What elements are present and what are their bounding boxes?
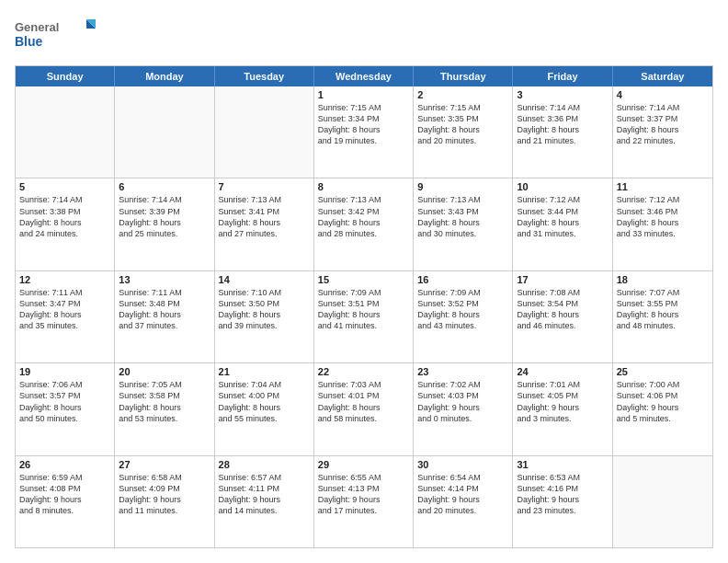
header: General Blue (15, 15, 713, 56)
svg-text:General: General (15, 20, 59, 34)
calendar-cell: 27Sunrise: 6:58 AM Sunset: 4:09 PM Dayli… (115, 456, 214, 547)
calendar-cell: 8Sunrise: 7:13 AM Sunset: 3:42 PM Daylig… (314, 178, 414, 270)
day-number: 8 (318, 181, 409, 192)
day-info: Sunrise: 6:59 AM Sunset: 4:08 PM Dayligh… (19, 472, 110, 517)
day-number: 12 (19, 274, 110, 285)
calendar-body: 1Sunrise: 7:15 AM Sunset: 3:34 PM Daylig… (16, 86, 712, 547)
calendar-cell (613, 456, 712, 547)
day-number: 21 (219, 366, 310, 377)
calendar-cell: 30Sunrise: 6:54 AM Sunset: 4:14 PM Dayli… (414, 456, 513, 547)
calendar-cell: 16Sunrise: 7:09 AM Sunset: 3:52 PM Dayli… (414, 271, 513, 362)
day-info: Sunrise: 7:10 AM Sunset: 3:50 PM Dayligh… (219, 287, 310, 332)
page: General Blue SundayMondayTuesdayWednesda… (0, 0, 728, 563)
day-info: Sunrise: 6:57 AM Sunset: 4:11 PM Dayligh… (219, 472, 310, 517)
calendar-cell: 1Sunrise: 7:15 AM Sunset: 3:34 PM Daylig… (314, 86, 414, 178)
day-info: Sunrise: 7:03 AM Sunset: 4:01 PM Dayligh… (318, 379, 409, 424)
day-info: Sunrise: 7:13 AM Sunset: 3:42 PM Dayligh… (318, 194, 409, 239)
day-number: 2 (417, 89, 508, 100)
day-number: 30 (417, 459, 508, 470)
day-number: 24 (517, 366, 608, 377)
calendar-cell: 18Sunrise: 7:07 AM Sunset: 3:55 PM Dayli… (613, 271, 712, 362)
header-day-friday: Friday (513, 66, 612, 86)
logo: General Blue (15, 15, 97, 56)
header-day-wednesday: Wednesday (314, 66, 414, 86)
calendar-cell: 10Sunrise: 7:12 AM Sunset: 3:44 PM Dayli… (513, 178, 612, 270)
calendar-cell: 5Sunrise: 7:14 AM Sunset: 3:38 PM Daylig… (16, 178, 115, 270)
day-info: Sunrise: 7:14 AM Sunset: 3:37 PM Dayligh… (617, 102, 709, 147)
calendar-cell: 21Sunrise: 7:04 AM Sunset: 4:00 PM Dayli… (215, 363, 314, 454)
header-day-monday: Monday (115, 66, 214, 86)
day-info: Sunrise: 6:54 AM Sunset: 4:14 PM Dayligh… (417, 472, 508, 517)
day-info: Sunrise: 6:58 AM Sunset: 4:09 PM Dayligh… (119, 472, 210, 517)
day-number: 19 (19, 366, 110, 377)
calendar-cell: 25Sunrise: 7:00 AM Sunset: 4:06 PM Dayli… (613, 363, 712, 454)
header-day-tuesday: Tuesday (215, 66, 314, 86)
day-number: 10 (517, 181, 608, 192)
day-info: Sunrise: 7:07 AM Sunset: 3:55 PM Dayligh… (617, 287, 709, 332)
day-number: 6 (119, 181, 210, 192)
day-number: 7 (219, 181, 310, 192)
calendar-cell (115, 86, 214, 178)
calendar-week-2: 5Sunrise: 7:14 AM Sunset: 3:38 PM Daylig… (16, 178, 712, 270)
day-number: 4 (617, 89, 709, 100)
logo-svg: General Blue (15, 15, 97, 56)
calendar-cell: 9Sunrise: 7:13 AM Sunset: 3:43 PM Daylig… (414, 178, 513, 270)
day-info: Sunrise: 7:02 AM Sunset: 4:03 PM Dayligh… (417, 379, 508, 424)
header-day-thursday: Thursday (414, 66, 513, 86)
day-info: Sunrise: 7:09 AM Sunset: 3:51 PM Dayligh… (318, 287, 409, 332)
day-number: 31 (517, 459, 608, 470)
day-info: Sunrise: 7:12 AM Sunset: 3:46 PM Dayligh… (617, 194, 709, 239)
day-info: Sunrise: 7:11 AM Sunset: 3:48 PM Dayligh… (119, 287, 210, 332)
calendar-cell: 28Sunrise: 6:57 AM Sunset: 4:11 PM Dayli… (215, 456, 314, 547)
day-info: Sunrise: 6:53 AM Sunset: 4:16 PM Dayligh… (517, 472, 608, 517)
calendar-cell: 22Sunrise: 7:03 AM Sunset: 4:01 PM Dayli… (314, 363, 414, 454)
calendar: SundayMondayTuesdayWednesdayThursdayFrid… (15, 65, 713, 548)
day-number: 3 (517, 89, 608, 100)
calendar-cell: 7Sunrise: 7:13 AM Sunset: 3:41 PM Daylig… (215, 178, 314, 270)
calendar-cell: 11Sunrise: 7:12 AM Sunset: 3:46 PM Dayli… (613, 178, 712, 270)
calendar-week-3: 12Sunrise: 7:11 AM Sunset: 3:47 PM Dayli… (16, 271, 712, 363)
header-day-sunday: Sunday (16, 66, 115, 86)
day-number: 17 (517, 274, 608, 285)
day-info: Sunrise: 7:04 AM Sunset: 4:00 PM Dayligh… (219, 379, 310, 424)
calendar-cell: 26Sunrise: 6:59 AM Sunset: 4:08 PM Dayli… (16, 456, 115, 547)
day-info: Sunrise: 7:14 AM Sunset: 3:39 PM Dayligh… (119, 194, 210, 239)
calendar-cell: 12Sunrise: 7:11 AM Sunset: 3:47 PM Dayli… (16, 271, 115, 362)
calendar-cell: 31Sunrise: 6:53 AM Sunset: 4:16 PM Dayli… (513, 456, 612, 547)
calendar-week-4: 19Sunrise: 7:06 AM Sunset: 3:57 PM Dayli… (16, 363, 712, 455)
day-number: 27 (119, 459, 210, 470)
day-info: Sunrise: 7:14 AM Sunset: 3:36 PM Dayligh… (517, 102, 608, 147)
day-number: 5 (19, 181, 110, 192)
calendar-week-1: 1Sunrise: 7:15 AM Sunset: 3:34 PM Daylig… (16, 86, 712, 178)
day-number: 20 (119, 366, 210, 377)
day-info: Sunrise: 7:09 AM Sunset: 3:52 PM Dayligh… (417, 287, 508, 332)
calendar-cell: 29Sunrise: 6:55 AM Sunset: 4:13 PM Dayli… (314, 456, 414, 547)
calendar-cell: 17Sunrise: 7:08 AM Sunset: 3:54 PM Dayli… (513, 271, 612, 362)
calendar-cell: 13Sunrise: 7:11 AM Sunset: 3:48 PM Dayli… (115, 271, 214, 362)
day-info: Sunrise: 7:11 AM Sunset: 3:47 PM Dayligh… (19, 287, 110, 332)
day-number: 14 (219, 274, 310, 285)
day-info: Sunrise: 7:05 AM Sunset: 3:58 PM Dayligh… (119, 379, 210, 424)
day-number: 9 (417, 181, 508, 192)
calendar-cell: 19Sunrise: 7:06 AM Sunset: 3:57 PM Dayli… (16, 363, 115, 454)
calendar-cell: 23Sunrise: 7:02 AM Sunset: 4:03 PM Dayli… (414, 363, 513, 454)
day-info: Sunrise: 7:15 AM Sunset: 3:35 PM Dayligh… (417, 102, 508, 147)
svg-text:Blue: Blue (15, 34, 43, 49)
header-day-saturday: Saturday (613, 66, 712, 86)
day-number: 15 (318, 274, 409, 285)
day-info: Sunrise: 7:01 AM Sunset: 4:05 PM Dayligh… (517, 379, 608, 424)
day-number: 22 (318, 366, 409, 377)
calendar-week-5: 26Sunrise: 6:59 AM Sunset: 4:08 PM Dayli… (16, 456, 712, 547)
day-info: Sunrise: 7:00 AM Sunset: 4:06 PM Dayligh… (617, 379, 709, 424)
day-info: Sunrise: 7:08 AM Sunset: 3:54 PM Dayligh… (517, 287, 608, 332)
day-number: 13 (119, 274, 210, 285)
calendar-cell: 4Sunrise: 7:14 AM Sunset: 3:37 PM Daylig… (613, 86, 712, 178)
day-number: 18 (617, 274, 709, 285)
day-info: Sunrise: 7:13 AM Sunset: 3:41 PM Dayligh… (219, 194, 310, 239)
day-number: 1 (318, 89, 409, 100)
calendar-cell: 20Sunrise: 7:05 AM Sunset: 3:58 PM Dayli… (115, 363, 214, 454)
day-number: 29 (318, 459, 409, 470)
calendar-cell: 14Sunrise: 7:10 AM Sunset: 3:50 PM Dayli… (215, 271, 314, 362)
calendar-cell: 24Sunrise: 7:01 AM Sunset: 4:05 PM Dayli… (513, 363, 612, 454)
calendar-header: SundayMondayTuesdayWednesdayThursdayFrid… (16, 66, 712, 86)
